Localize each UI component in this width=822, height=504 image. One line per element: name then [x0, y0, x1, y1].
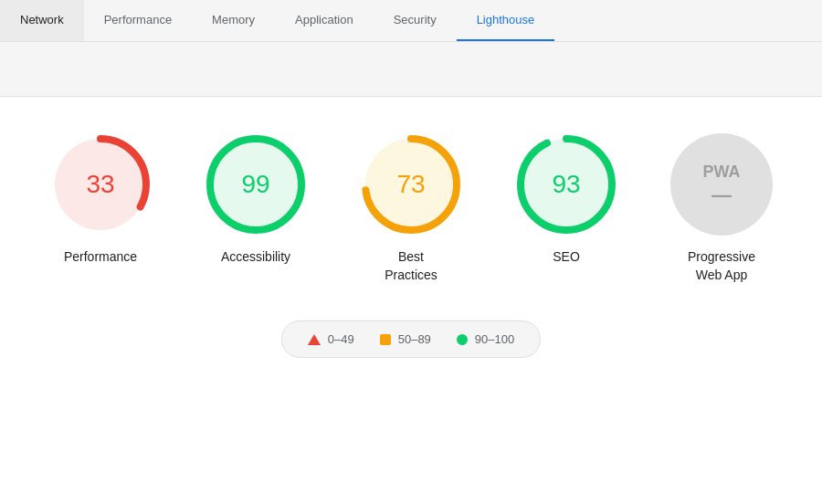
legend-icon-red — [308, 334, 321, 345]
gauge-pwa: PWA — Progressive Web App — [658, 133, 785, 284]
gauge-label-best-practices: Best Practices — [385, 248, 437, 284]
gauge-circle-accessibility: 99 — [205, 133, 307, 236]
toolbar-area — [0, 42, 822, 97]
tab-lighthouse[interactable]: Lighthouse — [457, 0, 555, 41]
gauge-score-seo: 93 — [552, 172, 580, 197]
pwa-text: PWA — — [702, 163, 740, 207]
main-content: 33 Performance 99 Accessibility — [0, 97, 822, 376]
gauge-score-performance: 33 — [86, 172, 114, 197]
legend-item-red: 0–49 — [308, 332, 354, 346]
tab-memory[interactable]: Memory — [192, 0, 275, 41]
gauges-row: 33 Performance 99 Accessibility — [37, 133, 785, 284]
gauge-score-best-practices: 73 — [396, 172, 425, 197]
gauge-label-seo: SEO — [553, 248, 580, 267]
legend-icon-green — [457, 334, 468, 345]
legend-item-orange: 50–89 — [380, 332, 431, 346]
gauge-performance: 33 Performance — [37, 133, 164, 267]
gauge-best-practices: 73 Best Practices — [347, 133, 475, 284]
tab-bar: Network Performance Memory Application S… — [0, 0, 822, 42]
gauge-score-accessibility: 99 — [241, 172, 269, 197]
legend: 0–49 50–89 90–100 — [281, 320, 541, 358]
gauge-label-pwa: Progressive Web App — [688, 248, 755, 284]
gauge-label-performance: Performance — [64, 248, 137, 267]
gauge-circle-best-practices: 73 — [360, 133, 462, 236]
pwa-circle: PWA — — [670, 133, 773, 236]
legend-icon-orange — [380, 334, 391, 345]
tab-network[interactable]: Network — [0, 0, 84, 41]
gauge-circle-performance: 33 — [49, 133, 152, 236]
tab-security[interactable]: Security — [374, 0, 457, 41]
gauge-label-accessibility: Accessibility — [221, 248, 290, 267]
tab-application[interactable]: Application — [275, 0, 374, 41]
gauge-accessibility: 99 Accessibility — [192, 133, 320, 267]
legend-item-green: 90–100 — [457, 332, 514, 346]
tab-performance[interactable]: Performance — [84, 0, 192, 41]
gauge-seo: 93 SEO — [502, 133, 630, 267]
gauge-circle-seo: 93 — [515, 133, 617, 236]
